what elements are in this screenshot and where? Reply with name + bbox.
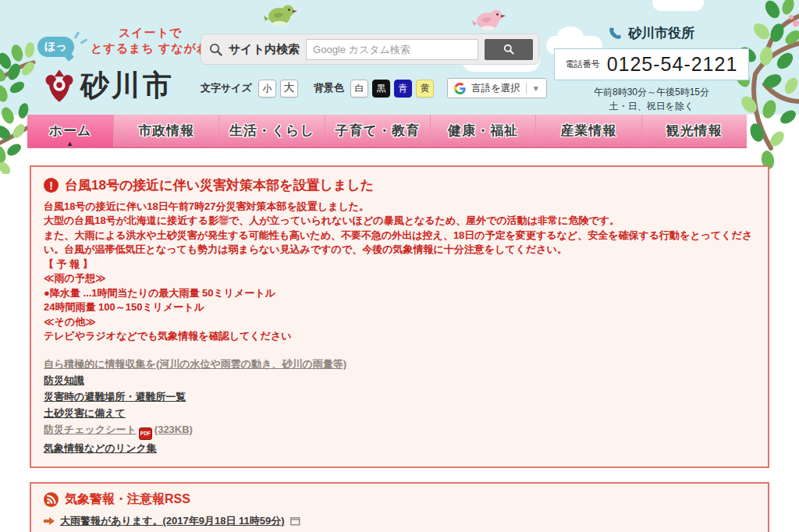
link-row: 防災チェックシートPDF(323KB)	[44, 421, 755, 440]
rss-item: 大雨警報があります。(2017年9月18日 11時59分)	[44, 514, 755, 532]
contact-block: 砂川市役所 電話番号 0125-54-2121 午前8時30分～午後5時15分 …	[554, 24, 749, 113]
bg-black-button[interactable]: 黒	[372, 80, 390, 98]
pdf-file-size[interactable]: (323KB)	[154, 424, 193, 435]
font-size-label: 文字サイズ	[201, 81, 252, 95]
alert-icon: !	[44, 178, 59, 193]
alert-line: また、大雨による洪水や土砂災害が発生する可能性も高いため、不要不急の外出は控え、…	[44, 229, 755, 257]
language-selector[interactable]: 言語を選択 ▼	[447, 78, 547, 98]
phone-icon	[609, 27, 622, 40]
alert-line: 大型の台風18号が北海道に接近する影響で、人が立っていられないほどの暴風となるた…	[44, 214, 755, 228]
nav-tab-label: ホーム	[49, 122, 92, 140]
rss-icon	[44, 492, 59, 507]
rss-box: 気象警報・注意報RSS 大雨警報があります。(2017年9月18日 11時59分…	[30, 482, 769, 532]
rss-title-row: 気象警報・注意報RSS	[44, 491, 755, 508]
alert-line: ≪その他≫	[44, 315, 755, 329]
alert-line: テレビやラジオなどでも気象情報を確認してください	[44, 329, 755, 343]
alert-title-row: ! 台風18号の接近に伴い災害対策本部を設置しました	[44, 176, 755, 194]
search-input[interactable]	[306, 39, 478, 60]
city-emblem-icon	[45, 69, 73, 102]
nav-tab-label: 観光情報	[666, 122, 723, 140]
search-button[interactable]	[485, 39, 533, 60]
link-row: 土砂災害に備えて	[44, 405, 755, 421]
search-button-icon	[503, 44, 514, 55]
nav-tab-label: 市政情報	[138, 122, 194, 140]
alert-title[interactable]: 台風18号の接近に伴い災害対策本部を設置しました	[65, 176, 374, 194]
rss-warning-link[interactable]: 大雨警報があります。(2017年9月18日 11時59分)	[60, 514, 285, 528]
link-row: 気象情報などのリンク集	[44, 440, 755, 456]
alert-line: ≪雨の予想≫	[44, 271, 755, 286]
link-info-gathering[interactable]: 自ら積極的に情報収集を(河川の水位や雨雲の動き、砂川の雨量等)	[44, 358, 346, 370]
bg-blue-button[interactable]: 青	[394, 80, 412, 98]
alert-line: 台風18号の接近に伴い18日午前7時27分災害対策本部を設置しました。	[44, 200, 755, 214]
phone-number-box: 電話番号 0125-54-2121	[554, 48, 749, 80]
link-disaster-knowledge[interactable]: 防災知識	[44, 374, 84, 386]
divider	[526, 83, 527, 94]
nav-tab-industry[interactable]: 産業情報	[535, 115, 641, 147]
site-logo[interactable]: 砂川市	[45, 66, 174, 105]
cloud-decoration	[652, 0, 704, 11]
alert-line: ●降水量 ...1時間当たりの最大雨量 50ミリメートル	[44, 286, 755, 300]
bg-white-button[interactable]: 白	[350, 80, 368, 98]
alert-links: 自ら積極的に情報収集を(河川の水位や雨雲の動き、砂川の雨量等) 防災知識 災害時…	[44, 356, 755, 457]
nav-tab-city-info[interactable]: 市政情報	[113, 115, 218, 147]
link-evacuation-sites[interactable]: 災害時の避難場所・避難所一覧	[44, 391, 186, 403]
language-selector-label: 言語を選択	[471, 82, 520, 95]
nav-tab-living[interactable]: 生活・くらし	[218, 115, 324, 147]
external-link-icon	[290, 517, 300, 526]
pink-bird-decoration	[472, 6, 506, 31]
search-icon	[209, 43, 222, 56]
link-row: 自ら積極的に情報収集を(河川の水位や雨雲の動き、砂川の雨量等)	[44, 356, 755, 372]
phone-number: 0125-54-2121	[607, 53, 738, 76]
office-hours: 午前8時30分～午後5時15分 土・日、祝日を除く	[554, 85, 749, 113]
font-size-small-button[interactable]: 小	[258, 80, 276, 98]
catchphrase-line2: とするまち すながわ	[91, 41, 209, 56]
link-weather-links[interactable]: 気象情報などのリンク集	[44, 442, 157, 454]
catchphrase: スイートで とするまち すながわ	[91, 25, 209, 57]
green-bird-decoration	[264, 2, 298, 27]
nav-tab-home[interactable]: ホーム ▲	[27, 115, 113, 147]
main-navigation: ホーム ▲ 市政情報 生活・くらし 子育て・教育 健康・福祉 産業情報 観光情報	[27, 115, 747, 148]
alert-line: 24時間雨量 100～150ミリメートル	[44, 300, 755, 314]
office-hours-line1: 午前8時30分～午後5時15分	[554, 85, 749, 99]
arrow-right-icon	[44, 516, 55, 526]
chevron-down-icon: ▼	[532, 84, 540, 93]
pdf-icon: PDF	[139, 427, 152, 440]
nav-tab-childcare-education[interactable]: 子育て・教育	[325, 115, 430, 147]
link-disaster-checksheet[interactable]: 防災チェックシート	[44, 424, 137, 435]
accessibility-controls: 文字サイズ 小 大 背景色 白 黒 青 黄 言語を選択 ▼	[201, 78, 547, 98]
catchphrase-line1: スイートで	[119, 25, 209, 41]
main-content: ! 台風18号の接近に伴い災害対策本部を設置しました 台風18号の接近に伴い18…	[0, 148, 799, 532]
google-icon	[454, 83, 466, 94]
office-name: 砂川市役所	[628, 24, 694, 42]
link-row: 災害時の避難場所・避難所一覧	[44, 388, 755, 405]
office-hours-line2: 土・日、祝日を除く	[554, 99, 749, 113]
active-tab-marker-icon: ▲	[66, 140, 74, 147]
nav-tab-label: 健康・福祉	[448, 122, 518, 140]
bg-yellow-button[interactable]: 黄	[416, 80, 434, 98]
emergency-alert-box: ! 台風18号の接近に伴い災害対策本部を設置しました 台風18号の接近に伴い18…	[30, 165, 769, 468]
city-name: 砂川市	[80, 66, 174, 105]
nav-tab-tourism[interactable]: 観光情報	[641, 115, 747, 147]
site-search-bar: サイト内検索	[201, 34, 539, 65]
rss-title: 気象警報・注意報RSS	[65, 491, 190, 508]
link-row: 防災知識	[44, 372, 755, 388]
link-landslide-preparation[interactable]: 土砂災害に備えて	[44, 407, 126, 419]
font-size-large-button[interactable]: 大	[280, 80, 298, 98]
bg-color-label: 背景色	[314, 81, 344, 95]
nav-tab-health-welfare[interactable]: 健康・福祉	[430, 115, 535, 147]
nav-tab-label: 産業情報	[560, 122, 616, 140]
nav-tab-label: 生活・くらし	[229, 122, 314, 140]
phone-number-label: 電話番号	[566, 59, 600, 70]
catchphrase-bubble: ほっ	[37, 37, 74, 57]
site-search-label: サイト内検索	[229, 42, 300, 57]
office-row: 砂川市役所	[554, 24, 749, 42]
alert-body: 台風18号の接近に伴い18日午前7時27分災害対策本部を設置しました。 大型の台…	[44, 200, 755, 344]
alert-line: 【 予 報 】	[44, 257, 755, 271]
nav-tab-label: 子育て・教育	[336, 122, 420, 140]
